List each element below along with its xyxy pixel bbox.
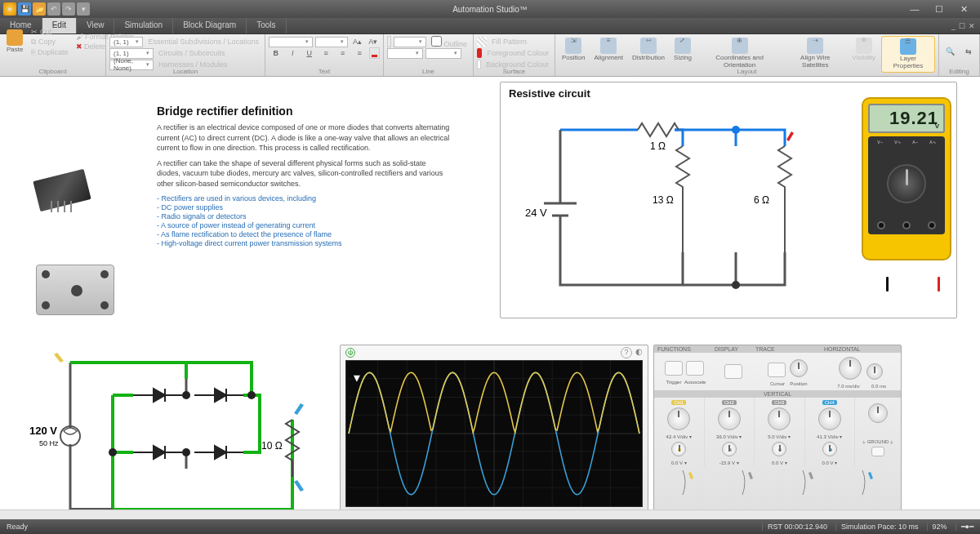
layer-properties-button[interactable]: ☰Layer Properties xyxy=(881,36,935,73)
svg-point-19 xyxy=(182,391,190,399)
bold-button[interactable]: B xyxy=(269,44,283,62)
coords-button[interactable]: ⊕Coordinates and Orientation xyxy=(697,36,782,71)
align-left-icon[interactable]: ≡ xyxy=(318,44,332,62)
channel-badge-CH1[interactable]: CH1 xyxy=(671,400,686,405)
ground-button[interactable] xyxy=(871,447,884,456)
horizontal-scrollbar[interactable] xyxy=(0,510,980,519)
CH1-vdiv-knob[interactable] xyxy=(667,407,690,430)
cursor-button[interactable] xyxy=(768,363,786,377)
CH3-offset-knob[interactable] xyxy=(772,442,786,456)
meter-port-com[interactable] xyxy=(877,221,885,229)
meter-lead-red[interactable] xyxy=(938,277,940,291)
display-button[interactable] xyxy=(724,364,742,379)
probe-CH3[interactable] xyxy=(800,469,816,498)
doc-para-1: A rectifier is an electrical device comp… xyxy=(157,122,451,154)
tab-block-diagram[interactable]: Block Diagram xyxy=(173,18,247,33)
oscilloscope-screen[interactable] xyxy=(345,360,643,507)
mdi-close-icon[interactable]: ✕ xyxy=(969,22,975,30)
bridge-component-image xyxy=(36,265,114,315)
line-color-button[interactable] xyxy=(387,36,391,47)
line-style-combo[interactable] xyxy=(387,48,423,59)
line-weight-combo[interactable] xyxy=(394,37,426,47)
scope-controls: FUNCTIONS DISPLAY TRACE HORIZONTAL Trigg… xyxy=(653,345,902,510)
meter-port-v[interactable] xyxy=(902,221,911,229)
tab-tools[interactable]: Tools xyxy=(247,18,286,33)
qat-open-icon[interactable]: 📂 xyxy=(33,2,46,16)
scope-help-icon[interactable]: ? xyxy=(621,347,632,358)
circuits-button[interactable]: Circuits / Subcircuits xyxy=(156,48,228,58)
app-icon: ● xyxy=(3,2,16,16)
zoom-slider[interactable]: ━●━ xyxy=(956,523,973,531)
distribution-button[interactable]: ⇿Distribution xyxy=(629,36,668,64)
group-editing-label: Editing xyxy=(939,68,979,75)
svg-point-21 xyxy=(247,391,256,399)
scope-menu-icon[interactable]: ◐ xyxy=(635,347,643,358)
CH4-offset-knob[interactable] xyxy=(822,442,837,456)
trace-position-knob[interactable] xyxy=(790,359,808,377)
probe-CH1[interactable] xyxy=(679,469,696,498)
document-canvas[interactable]: Bridge rectifier definition A rectifier … xyxy=(0,77,980,510)
CH4-vdiv-knob[interactable] xyxy=(818,407,841,430)
position-button[interactable]: ⇲Position xyxy=(559,36,588,64)
window-close[interactable]: ✕ xyxy=(954,4,973,15)
qat-dropdown-icon[interactable]: ▾ xyxy=(77,2,90,16)
replace-icon[interactable]: ⇆ xyxy=(960,42,976,60)
trigger-button[interactable] xyxy=(665,361,683,376)
diode-component-image xyxy=(36,175,88,206)
aux-knob[interactable] xyxy=(868,403,888,423)
ribbon: Paste ✂ Cut ⧉ Copy ⎘ Duplicate 🖌 Format … xyxy=(0,34,980,77)
fill-icon xyxy=(477,37,487,47)
duplicate-button[interactable]: ⎘ Duplicate xyxy=(29,47,70,57)
channel-badge-CH3[interactable]: CH3 xyxy=(772,400,786,405)
cut-button[interactable]: ✂ Cut xyxy=(29,27,70,37)
qat-undo-icon[interactable]: ↶ xyxy=(47,2,60,16)
statusbar: Ready RST 00:00:12.940 Simulation Pace: … xyxy=(0,519,980,534)
visibility-button[interactable]: 👁Visibility xyxy=(849,36,879,64)
scope-power-icon[interactable]: ⏻ xyxy=(345,348,355,358)
align-wire-button[interactable]: ⇢Align Wire Satellites xyxy=(784,36,846,71)
mdi-min-icon[interactable]: _ xyxy=(951,22,956,30)
copy-button[interactable]: ⧉ Copy xyxy=(29,37,70,47)
fg-color-button[interactable]: Foreground Colour xyxy=(484,48,551,58)
coord1-combo[interactable]: (1, 1) xyxy=(109,37,143,47)
align-right-icon[interactable]: ≡ xyxy=(352,44,366,62)
CH1-offset-knob[interactable] xyxy=(671,442,686,456)
CH2-vdiv-knob[interactable] xyxy=(718,407,741,430)
CH3-vdiv-knob[interactable] xyxy=(768,407,791,430)
time-offset-knob[interactable] xyxy=(866,363,883,380)
svg-point-10 xyxy=(60,426,80,446)
channel-badge-CH2[interactable]: CH2 xyxy=(722,400,737,405)
align-center-icon[interactable]: ≡ xyxy=(336,44,350,62)
svg-text:120 V: 120 V xyxy=(29,425,57,437)
essential-subdiv-button[interactable]: Essential Subdivisions / Locations xyxy=(145,37,261,47)
status-rst: RST 00:00:12.940 xyxy=(762,523,827,531)
arrow-combo[interactable] xyxy=(425,48,461,59)
probe-CH4[interactable] xyxy=(859,469,875,498)
autoscale-button[interactable] xyxy=(686,361,704,376)
sizing-button[interactable]: ⤢Sizing xyxy=(670,36,695,64)
outline-checkbox[interactable] xyxy=(431,36,442,47)
fill-pattern-button[interactable]: Fill Pattern xyxy=(489,37,529,47)
qat-redo-icon[interactable]: ↷ xyxy=(62,2,75,16)
italic-button[interactable]: I xyxy=(285,44,299,62)
window-maximize[interactable]: ☐ xyxy=(929,4,949,15)
svg-text:24 V: 24 V xyxy=(525,207,547,219)
window-minimize[interactable]: — xyxy=(905,4,924,15)
meter-dial[interactable] xyxy=(887,164,926,203)
meter-port-a[interactable] xyxy=(928,221,936,229)
multimeter[interactable]: 19.21V V⎓V∿A⎓A∿ xyxy=(862,97,951,277)
find-icon[interactable]: 🔍 xyxy=(942,42,958,60)
channel-badge-CH4[interactable]: CH4 xyxy=(822,400,837,405)
CH2-offset-knob[interactable] xyxy=(722,442,737,456)
timebase-knob[interactable] xyxy=(839,357,862,380)
paste-button[interactable]: Paste xyxy=(3,28,26,56)
app-title: Automation Studio™ xyxy=(452,5,528,14)
svg-text:6 Ω: 6 Ω xyxy=(754,194,769,206)
probe-CH2[interactable] xyxy=(739,469,755,498)
alignment-button[interactable]: ≡Alignment xyxy=(590,36,626,64)
meter-lead-black[interactable] xyxy=(886,277,889,291)
mdi-max-icon[interactable]: ☐ xyxy=(959,22,965,30)
underline-button[interactable]: U xyxy=(302,44,316,62)
text-color-button[interactable] xyxy=(369,47,380,59)
qat-save-icon[interactable]: 💾 xyxy=(18,2,31,16)
